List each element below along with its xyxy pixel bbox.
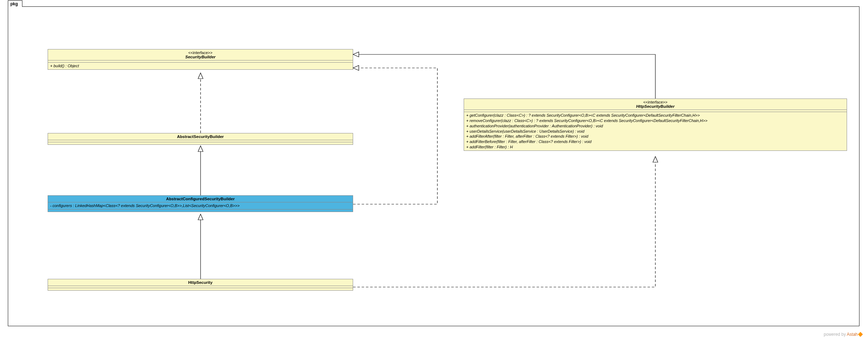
footer-brand: Astah <box>847 332 858 337</box>
stereotype-label: <<interface>> <box>50 51 351 55</box>
ops-compartment: + getConfigurer(clazz : Class<C>) : ? ex… <box>464 112 847 150</box>
package-tab: pkg <box>8 0 22 7</box>
class-name: AbstractSecurityBuilder <box>177 134 224 139</box>
ops-compartment <box>48 210 353 212</box>
class-title: HttpSecurity <box>48 279 353 286</box>
class-abstract-security-builder: AbstractSecurityBuilder <box>48 133 353 145</box>
class-http-security-builder: <<interface>> HttpSecurityBuilder + getC… <box>464 99 847 151</box>
class-name: HttpSecurityBuilder <box>636 104 675 108</box>
class-name: HttpSecurity <box>188 280 212 285</box>
ops-compartment <box>48 142 353 144</box>
class-title: <<interface>> SecurityBuilder <box>48 49 353 60</box>
attrs-compartment: - configurers : LinkedHashMap<Class<? ex… <box>48 202 353 210</box>
class-http-security: HttpSecurity <box>48 279 353 291</box>
class-name: AbstractConfiguredSecurityBuilder <box>166 197 235 201</box>
class-abstract-configured-security-builder: AbstractConfiguredSecurityBuilder - conf… <box>48 195 353 212</box>
class-title: AbstractSecurityBuilder <box>48 133 353 140</box>
ops-compartment <box>48 288 353 290</box>
class-title: <<interface>> HttpSecurityBuilder <box>464 99 847 110</box>
ops-compartment: + build() : Object <box>48 63 353 69</box>
operation: + addFilter(filter : Filter) : H <box>466 144 845 150</box>
footer-attribution: powered by Astah🔶 <box>824 332 863 337</box>
attribute: - configurers : LinkedHashMap<Class<? ex… <box>50 203 351 208</box>
stereotype-label: <<interface>> <box>466 100 845 104</box>
footer-icon: 🔶 <box>858 332 863 337</box>
footer-prefix: powered by <box>824 332 847 337</box>
class-security-builder: <<interface>> SecurityBuilder + build() … <box>48 49 353 70</box>
operation: + removeConfigurer(clazz : Class<C>) : ?… <box>466 118 845 123</box>
operation: + addFilterBefore(filter : Filter, after… <box>466 139 845 144</box>
operation: + userDetailsService(userDetailsService … <box>466 129 845 134</box>
operation: + authenticationProvider(authenticationP… <box>466 123 845 129</box>
operation: + addFilterAfter(filter : Filter, afterF… <box>466 134 845 139</box>
operation: + getConfigurer(clazz : Class<C>) : ? ex… <box>466 113 845 118</box>
package-label: pkg <box>10 1 18 6</box>
class-name: SecurityBuilder <box>185 55 215 59</box>
operation: + build() : Object <box>50 63 351 69</box>
class-title: AbstractConfiguredSecurityBuilder <box>48 196 353 202</box>
